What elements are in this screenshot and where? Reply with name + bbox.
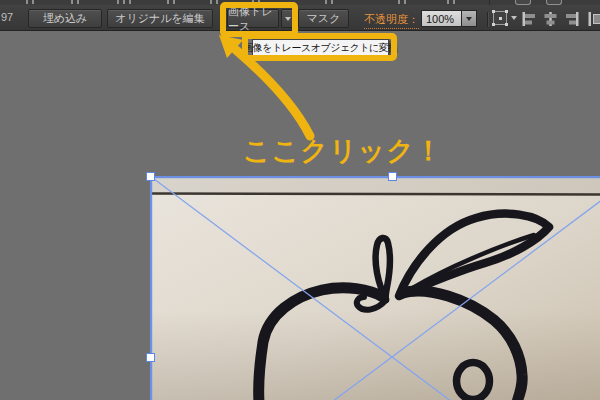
align-right-icon[interactable] — [564, 12, 579, 26]
align-center-icon[interactable] — [543, 12, 558, 26]
apple-sketch-graphic — [150, 176, 600, 400]
control-bar: 97 埋め込み オリジナルを編集 画像トレース マスク 不透明度： 100% — [0, 5, 600, 31]
chevron-down-icon — [466, 17, 472, 21]
illustrator-window: 97 埋め込み オリジナルを編集 画像トレース マスク 不透明度： 100% — [0, 0, 600, 400]
opacity-link-label[interactable]: 不透明度： — [364, 12, 419, 29]
highlight-box-image-trace — [220, 2, 298, 37]
selection-edge-left — [150, 176, 152, 400]
selection-handle-top-center[interactable] — [388, 172, 397, 181]
highlight-box-tooltip — [242, 33, 397, 61]
mask-button[interactable]: マスク — [298, 9, 349, 28]
placed-image-apple-sketch[interactable] — [150, 176, 600, 400]
edit-original-button[interactable]: オリジナルを編集 — [107, 9, 213, 28]
left-cropped-value: 97 — [1, 11, 13, 23]
toolbar-divider — [487, 12, 488, 27]
opacity-value-field[interactable]: 100% — [421, 10, 462, 27]
chevron-down-icon[interactable] — [511, 16, 517, 20]
selection-edge-top — [150, 176, 600, 178]
opacity-dropdown-button[interactable] — [462, 10, 477, 27]
graphic-style-thumbnail-icon[interactable] — [493, 11, 507, 25]
annotation-text: ここクリック！ — [243, 133, 443, 169]
align-left-icon[interactable] — [522, 12, 537, 26]
distribute-partial-icon[interactable] — [588, 12, 600, 26]
selection-handle-mid-left[interactable] — [146, 353, 155, 362]
embed-button[interactable]: 埋め込み — [28, 9, 102, 28]
selection-handle-top-left[interactable] — [146, 172, 155, 181]
